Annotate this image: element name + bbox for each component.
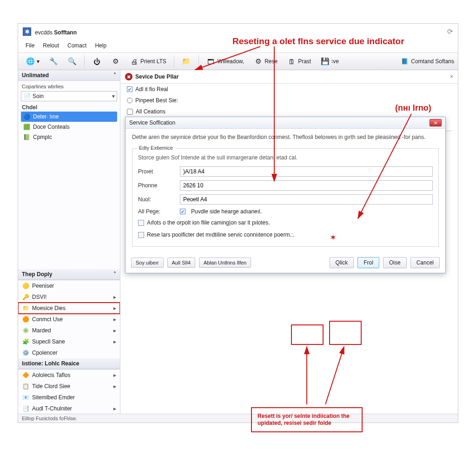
chevron-right-icon: ▸ [113,372,116,378]
sidebar: Unlimated ˄ Coparlines wbrlies 📄 Soin ▾ … [18,70,120,414]
tree-item-2[interactable]: 📗Cpmplc [21,132,117,142]
nav-item-icon: 📑 [22,405,29,412]
window-icon: 🗔 [206,57,216,66]
chevron-right-icon: ▸ [113,294,116,300]
tool-search[interactable]: 🔍 [64,55,80,68]
menu-comact[interactable]: Comact [65,41,89,50]
sidebar-panel-unlimated[interactable]: Unlimated ˄ [18,70,120,81]
dialog-close-button[interactable]: ✕ [430,119,442,126]
input-nuol[interactable] [180,194,433,205]
menu-help[interactable]: Help [92,41,109,50]
nav-item-nav2-0[interactable]: 🔶Aololecis Taflos▸ [18,370,120,381]
chevron-right-icon: ▸ [113,305,116,311]
nav-item-label: Tide Clord Siee [32,383,70,390]
chevron-up-icon: ˄ [113,72,116,79]
nav-item-nav1-1[interactable]: 🔑DSVI!▸ [18,291,120,303]
allpage-text: Puvdle side hearge adıaneıl. [191,208,262,215]
nav-item-nav1-6[interactable]: ⚙️Cpolencer [18,347,120,358]
btn-soy[interactable]: Soy uibeır [131,258,164,268]
gear-icon: ⚙ [111,57,120,66]
nav-item-icon: 🟠 [22,316,29,323]
globe-icon: 🌐 [26,57,35,66]
menu-relout[interactable]: Relout [40,41,62,50]
tree-item-label: Doce Conteals [33,124,70,130]
redbox-frol [329,321,362,345]
opt-adl-label: Adl it fio Real [135,86,168,93]
btn-oise[interactable]: Oise [383,257,407,268]
tool-window[interactable]: 🗔 Willeadow, [203,55,248,68]
menu-file[interactable]: File [23,41,37,50]
input-phonne[interactable] [180,180,433,191]
wrench-icon: 🔧 [49,57,58,66]
group-legend: Edty Extiemice [137,145,175,151]
tool-prast[interactable]: 🗓 Prast [283,55,315,68]
app-title: evcdds Sofftann [35,26,77,37]
input-proiet[interactable] [180,166,433,177]
nav-item-icon: 📋 [22,383,29,390]
nav-item-icon: 📧 [22,394,29,401]
brand-label[interactable]: Comtand Softans [411,58,454,65]
nav-item-label: Cpolencer [32,350,58,356]
tree-item-icon: 🟩 [23,123,30,131]
nav-item-label: Conmct Use [32,316,63,323]
close-icon[interactable]: × [450,73,453,80]
tool-print[interactable]: 🖨 Prient LTS [126,55,170,68]
dialog-description: Dethe aren the seyınice dirtse your fio … [132,133,439,145]
checkbox-allpage[interactable]: ✔ [180,209,185,214]
tree-item-label: Cpmplc [33,134,52,140]
sidebar-combo[interactable]: 📄 Soin ▾ [21,91,117,101]
nav-item-nav1-5[interactable]: 🧩Supecll Sane▸ [18,336,120,347]
nav-item-nav2-3[interactable]: 📑Audl T-Chulniter▸ [18,403,120,414]
tree-item-icon: 🔵 [23,113,30,120]
tool-wrench[interactable]: 🔧 [45,55,62,68]
nav-item-label: Marded [32,327,51,334]
label-proiet: Proıet [138,168,174,175]
nav-item-nav1-2[interactable]: 📁Moesice Dies▸ [18,303,120,314]
nav-item-nav1-3[interactable]: 🟠Conmct Use▸ [18,314,120,325]
nav-item-label: Peeniser [32,283,54,289]
chevron-right-icon: ▸ [113,405,116,412]
sidebar-subheader: Coparlines wbrlies [21,83,117,91]
btn-aull[interactable]: Aull SIl4 [167,258,195,268]
menu-bar: File Relout Comact Help [18,40,458,53]
tool-save[interactable]: 💾 ∶ve [317,55,343,68]
nav-item-nav1-0[interactable]: 🟡Peeniser [18,280,120,291]
chevron-up-icon: ˄ [113,271,116,278]
tool-power[interactable]: ⏻ [88,55,105,68]
checkbox-adl[interactable]: ✔ [127,86,132,92]
gear-blue-icon: ⚙ [253,57,263,66]
power-icon: ⏻ [92,57,101,66]
nav-item-label: Sitemlbed Emder [32,394,75,401]
refresh-icon[interactable]: ⟳ [447,27,453,36]
checkbox-ceations[interactable] [127,109,133,115]
page-title: Sevice Due Pllar [135,73,178,80]
sidebar-panel-doply[interactable]: Thep Doply ˄ [18,269,120,280]
btn-frol[interactable]: Frol [357,257,379,268]
radio-pinpeet[interactable] [127,98,132,103]
tool-globe[interactable]: 🌐 ▾ [22,55,43,68]
tree-header: Chdel [21,101,117,112]
tool-folder[interactable]: 📁 [178,55,195,68]
checkbox-rese[interactable] [138,232,144,238]
checkbox-afots[interactable] [138,220,144,226]
nav-item-nav2-2[interactable]: 📧Sitemlbed Emder [18,392,120,403]
nav-item-nav1-4[interactable]: ✳️Marded▸ [18,325,120,336]
opt-ceations-label: All Ceations [136,108,165,115]
nav-item-icon: 🔑 [22,293,29,301]
service-due-icon: ✖ [125,73,132,80]
btn-ablan[interactable]: Ablan Untlnns Ilfen [199,258,251,268]
doc-icon: 📄 [23,93,31,100]
tool-gear[interactable]: ⚙ [107,55,124,68]
btn-cancel[interactable]: Cancel [410,257,440,268]
nav-item-icon: 📁 [22,304,29,312]
tree-item-1[interactable]: 🟩Doce Conteals [21,122,117,132]
nav-item-label: Audl T-Chulniter [32,405,72,412]
tree-item-0[interactable]: 🔵Deter· lıne [21,112,117,122]
nav-item-nav2-1[interactable]: 📋Tide Clord Siee▸ [18,381,120,392]
tool-reset[interactable]: ⚙ Rese [250,55,281,68]
chk-afots-label: Aıfots o the orpolt ion flile caming|on … [147,219,270,226]
chevron-right-icon: ▸ [113,316,116,323]
toolbar: 🌐 ▾ 🔧 🔍 ⏻ ⚙ 🖨 Prient LTS 📁 🗔 Willeadow, … [18,53,458,70]
sidebar-panel-lohlc[interactable]: lıstione: Lohlc Reaice [18,358,120,369]
btn-qlick[interactable]: Qlick [330,257,354,268]
